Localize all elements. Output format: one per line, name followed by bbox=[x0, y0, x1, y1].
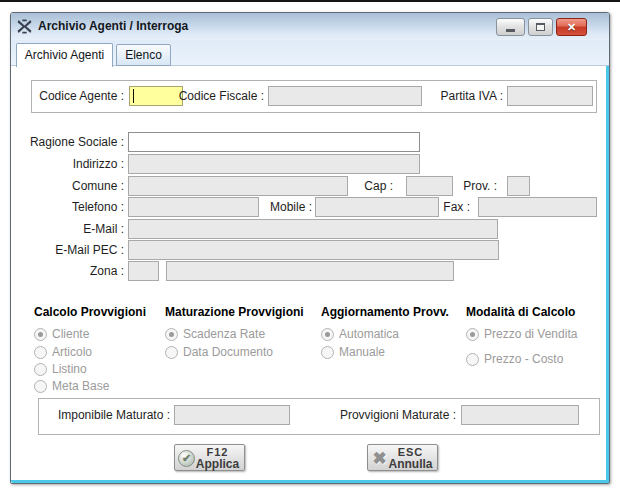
radio-prezzo-di-vendita: Prezzo di Vendita bbox=[466, 326, 577, 342]
codice-fiscale-input bbox=[268, 86, 422, 106]
maturazione-provvigioni-title: Maturazione Provvigioni bbox=[165, 305, 304, 319]
indirizzo-label: Indirizzo : bbox=[16, 154, 124, 174]
aggiornamento-provv-title: Aggiornamento Provv. bbox=[321, 305, 449, 319]
provvigioni-maturate-input bbox=[461, 405, 579, 425]
maximize-icon bbox=[536, 23, 545, 31]
radio-icon bbox=[321, 346, 334, 359]
close-icon: ✕ bbox=[567, 21, 576, 33]
screen-top-edge bbox=[0, 0, 620, 2]
calcolo-provvigioni-title: Calcolo Provvigioni bbox=[34, 305, 146, 319]
radio-icon bbox=[466, 328, 479, 341]
maximize-button[interactable] bbox=[528, 18, 553, 36]
email-pec-label: E-Mail PEC : bbox=[16, 240, 124, 260]
window-edge-accent-right bbox=[606, 66, 609, 483]
radio-icon bbox=[165, 346, 178, 359]
app-logo-icon bbox=[17, 19, 32, 34]
window-edge-accent-bottom bbox=[11, 480, 609, 483]
mobile-input bbox=[315, 197, 439, 217]
tab-bar: Archivio Agenti Elenco bbox=[11, 40, 609, 66]
radio-icon bbox=[165, 328, 178, 341]
imponibile-maturato-input bbox=[174, 405, 290, 425]
radio-icon bbox=[34, 363, 47, 376]
radio-manuale: Manuale bbox=[321, 344, 385, 360]
tab-archivio-agenti[interactable]: Archivio Agenti bbox=[16, 43, 113, 67]
comune-input bbox=[128, 176, 348, 196]
modalita-di-calcolo-title: Modalità di Calcolo bbox=[466, 305, 575, 319]
radio-automatica: Automatica bbox=[321, 326, 399, 342]
tab-label: Archivio Agenti bbox=[25, 48, 104, 62]
partita-iva-label: Partita IVA : bbox=[407, 86, 503, 106]
fax-label: Fax : bbox=[431, 197, 470, 217]
window-title: Archivio Agenti / Interroga bbox=[38, 13, 188, 40]
radio-prezzo-costo: Prezzo - Costo bbox=[466, 351, 563, 367]
codice-fiscale-label: Codice Fiscale : bbox=[168, 86, 264, 106]
radio-cliente: Cliente bbox=[34, 326, 89, 342]
provvigioni-maturate-label: Provvigioni Maturate : bbox=[331, 405, 456, 425]
annulla-button[interactable]: ✖ ESC Annulla bbox=[367, 444, 438, 471]
email-input bbox=[128, 219, 498, 239]
titlebar[interactable]: Archivio Agenti / Interroga ✕ bbox=[11, 13, 609, 41]
mobile-label: Mobile : bbox=[263, 197, 312, 217]
zona-label: Zona : bbox=[16, 261, 124, 281]
radio-data-documento: Data Documento bbox=[165, 344, 273, 360]
radio-articolo: Articolo bbox=[34, 344, 92, 360]
fax-input bbox=[478, 197, 597, 217]
minimize-icon bbox=[506, 29, 515, 32]
telefono-label: Telefono : bbox=[16, 197, 124, 217]
radio-icon bbox=[321, 328, 334, 341]
tab-label: Elenco bbox=[125, 48, 162, 62]
radio-meta-base: Meta Base bbox=[34, 378, 109, 394]
comune-label: Comune : bbox=[16, 176, 124, 196]
archivio-agenti-window: Archivio Agenti / Interroga ✕ Archivio A… bbox=[10, 12, 610, 484]
email-label: E-Mail : bbox=[16, 219, 124, 239]
prov-label: Prov. : bbox=[441, 176, 497, 196]
radio-icon bbox=[34, 346, 47, 359]
minimize-button[interactable] bbox=[496, 18, 525, 36]
zona-code-input bbox=[128, 261, 159, 281]
applica-label: Applica bbox=[193, 458, 242, 470]
ragione-sociale-label: Ragione Sociale : bbox=[16, 132, 124, 152]
prov-input bbox=[507, 176, 530, 196]
partita-iva-input bbox=[507, 86, 593, 106]
tab-elenco[interactable]: Elenco bbox=[116, 44, 171, 66]
applica-button[interactable]: ✔ F12 Applica bbox=[174, 444, 245, 471]
email-pec-input bbox=[128, 240, 499, 260]
radio-scadenza-rate: Scadenza Rate bbox=[165, 326, 265, 342]
ragione-sociale-input[interactable] bbox=[128, 132, 420, 152]
close-button[interactable]: ✕ bbox=[556, 18, 587, 36]
zona-description-input bbox=[166, 261, 454, 281]
radio-icon bbox=[34, 328, 47, 341]
imponibile-maturato-label: Imponibile Maturato : bbox=[46, 405, 170, 425]
codice-agente-label: Codice Agente : bbox=[36, 86, 124, 106]
indirizzo-input bbox=[128, 154, 420, 174]
annulla-label: Annulla bbox=[386, 458, 435, 470]
text-caret bbox=[133, 89, 134, 103]
radio-icon bbox=[34, 380, 47, 393]
radio-icon bbox=[466, 353, 479, 366]
radio-listino: Listino bbox=[34, 361, 87, 377]
telefono-input bbox=[128, 197, 259, 217]
cap-label: Cap : bbox=[351, 176, 393, 196]
